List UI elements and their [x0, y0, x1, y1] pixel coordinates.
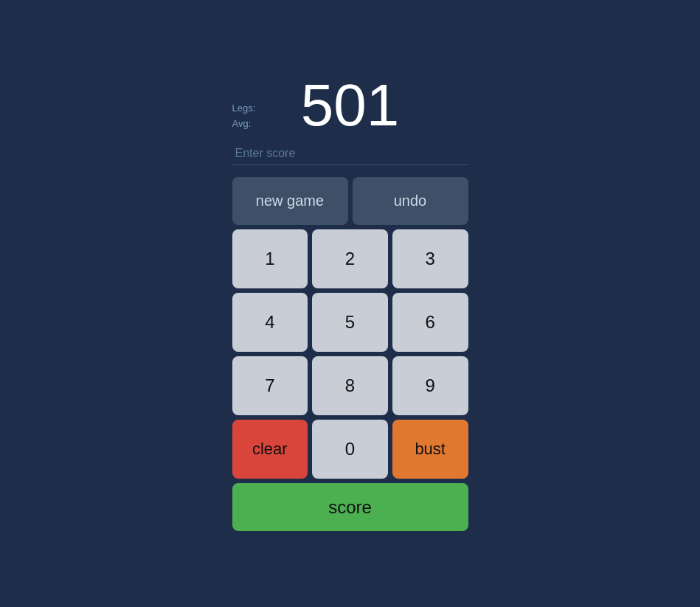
stats-block: Legs: Avg: [232, 101, 256, 132]
num-row-3: 7 8 9 [232, 356, 468, 415]
bottom-row: clear 0 bust [232, 420, 468, 479]
legs-label: Legs: [232, 101, 256, 117]
bust-button[interactable]: bust [392, 420, 468, 479]
num-5-button[interactable]: 5 [312, 293, 388, 352]
num-9-button[interactable]: 9 [392, 356, 468, 415]
num-8-button[interactable]: 8 [312, 356, 388, 415]
num-7-button[interactable]: 7 [232, 356, 308, 415]
app-container: Legs: Avg: 501 new game undo 1 2 3 4 5 6… [232, 76, 468, 531]
num-0-button[interactable]: 0 [312, 420, 388, 479]
main-score: 501 [301, 76, 399, 135]
score-input[interactable] [232, 142, 468, 165]
score-row: score [232, 483, 468, 531]
undo-button[interactable]: undo [353, 177, 468, 225]
num-row-1: 1 2 3 [232, 229, 468, 288]
keypad: new game undo 1 2 3 4 5 6 7 8 9 clear 0 … [232, 177, 468, 531]
score-button[interactable]: score [232, 483, 468, 531]
header-area: Legs: Avg: 501 [232, 76, 468, 138]
num-1-button[interactable]: 1 [232, 229, 308, 288]
num-4-button[interactable]: 4 [232, 293, 308, 352]
avg-label: Avg: [232, 117, 256, 132]
num-3-button[interactable]: 3 [392, 229, 468, 288]
num-row-2: 4 5 6 [232, 293, 468, 352]
clear-button[interactable]: clear [232, 420, 308, 479]
new-game-button[interactable]: new game [232, 177, 348, 225]
action-row: new game undo [232, 177, 468, 225]
num-6-button[interactable]: 6 [392, 293, 468, 352]
num-2-button[interactable]: 2 [312, 229, 388, 288]
